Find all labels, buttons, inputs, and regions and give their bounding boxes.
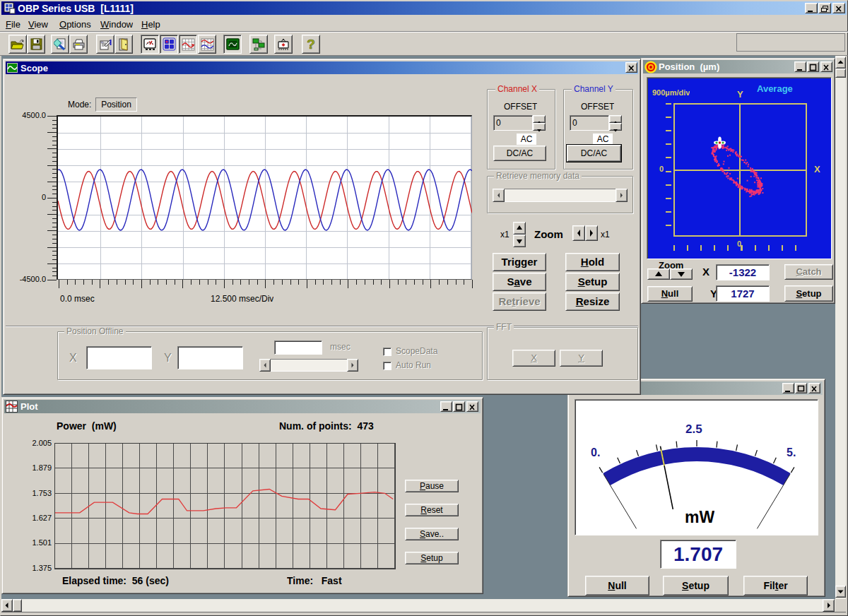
svg-text:?: ? [307,37,315,51]
